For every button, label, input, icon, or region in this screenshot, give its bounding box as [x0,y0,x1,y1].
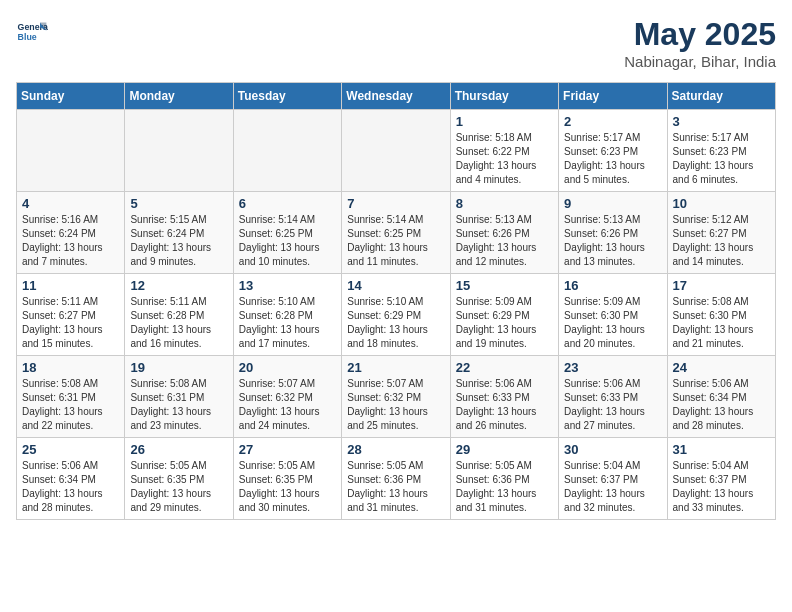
day-info: Sunrise: 5:04 AMSunset: 6:37 PMDaylight:… [564,459,661,515]
day-number: 7 [347,196,444,211]
empty-cell [125,110,233,192]
day-cell-11: 11Sunrise: 5:11 AMSunset: 6:27 PMDayligh… [17,274,125,356]
weekday-header-friday: Friday [559,83,667,110]
day-cell-17: 17Sunrise: 5:08 AMSunset: 6:30 PMDayligh… [667,274,775,356]
day-number: 15 [456,278,553,293]
day-cell-15: 15Sunrise: 5:09 AMSunset: 6:29 PMDayligh… [450,274,558,356]
day-info: Sunrise: 5:05 AMSunset: 6:36 PMDaylight:… [456,459,553,515]
day-cell-7: 7Sunrise: 5:14 AMSunset: 6:25 PMDaylight… [342,192,450,274]
day-info: Sunrise: 5:17 AMSunset: 6:23 PMDaylight:… [673,131,770,187]
day-number: 28 [347,442,444,457]
day-number: 10 [673,196,770,211]
empty-cell [17,110,125,192]
empty-cell [342,110,450,192]
day-number: 25 [22,442,119,457]
day-cell-3: 3Sunrise: 5:17 AMSunset: 6:23 PMDaylight… [667,110,775,192]
day-number: 5 [130,196,227,211]
location-title: Nabinagar, Bihar, India [624,53,776,70]
day-info: Sunrise: 5:08 AMSunset: 6:31 PMDaylight:… [130,377,227,433]
day-number: 4 [22,196,119,211]
day-info: Sunrise: 5:08 AMSunset: 6:31 PMDaylight:… [22,377,119,433]
day-info: Sunrise: 5:08 AMSunset: 6:30 PMDaylight:… [673,295,770,351]
day-number: 22 [456,360,553,375]
day-number: 16 [564,278,661,293]
day-info: Sunrise: 5:13 AMSunset: 6:26 PMDaylight:… [564,213,661,269]
day-number: 19 [130,360,227,375]
day-info: Sunrise: 5:10 AMSunset: 6:29 PMDaylight:… [347,295,444,351]
day-info: Sunrise: 5:05 AMSunset: 6:35 PMDaylight:… [130,459,227,515]
day-number: 14 [347,278,444,293]
day-info: Sunrise: 5:16 AMSunset: 6:24 PMDaylight:… [22,213,119,269]
day-number: 8 [456,196,553,211]
day-info: Sunrise: 5:13 AMSunset: 6:26 PMDaylight:… [456,213,553,269]
week-row-2: 4Sunrise: 5:16 AMSunset: 6:24 PMDaylight… [17,192,776,274]
weekday-header-thursday: Thursday [450,83,558,110]
day-cell-2: 2Sunrise: 5:17 AMSunset: 6:23 PMDaylight… [559,110,667,192]
day-number: 27 [239,442,336,457]
day-cell-10: 10Sunrise: 5:12 AMSunset: 6:27 PMDayligh… [667,192,775,274]
day-cell-24: 24Sunrise: 5:06 AMSunset: 6:34 PMDayligh… [667,356,775,438]
day-cell-12: 12Sunrise: 5:11 AMSunset: 6:28 PMDayligh… [125,274,233,356]
week-row-4: 18Sunrise: 5:08 AMSunset: 6:31 PMDayligh… [17,356,776,438]
day-info: Sunrise: 5:10 AMSunset: 6:28 PMDaylight:… [239,295,336,351]
logo: General Blue [16,16,48,48]
day-info: Sunrise: 5:09 AMSunset: 6:29 PMDaylight:… [456,295,553,351]
day-number: 2 [564,114,661,129]
day-info: Sunrise: 5:06 AMSunset: 6:33 PMDaylight:… [456,377,553,433]
day-number: 6 [239,196,336,211]
day-info: Sunrise: 5:11 AMSunset: 6:28 PMDaylight:… [130,295,227,351]
day-number: 20 [239,360,336,375]
day-info: Sunrise: 5:07 AMSunset: 6:32 PMDaylight:… [239,377,336,433]
day-cell-28: 28Sunrise: 5:05 AMSunset: 6:36 PMDayligh… [342,438,450,520]
day-info: Sunrise: 5:06 AMSunset: 6:34 PMDaylight:… [673,377,770,433]
week-row-1: 1Sunrise: 5:18 AMSunset: 6:22 PMDaylight… [17,110,776,192]
day-cell-25: 25Sunrise: 5:06 AMSunset: 6:34 PMDayligh… [17,438,125,520]
day-number: 21 [347,360,444,375]
day-cell-19: 19Sunrise: 5:08 AMSunset: 6:31 PMDayligh… [125,356,233,438]
day-info: Sunrise: 5:05 AMSunset: 6:35 PMDaylight:… [239,459,336,515]
day-cell-5: 5Sunrise: 5:15 AMSunset: 6:24 PMDaylight… [125,192,233,274]
day-number: 26 [130,442,227,457]
day-number: 30 [564,442,661,457]
day-cell-30: 30Sunrise: 5:04 AMSunset: 6:37 PMDayligh… [559,438,667,520]
title-area: May 2025 Nabinagar, Bihar, India [624,16,776,70]
day-number: 23 [564,360,661,375]
day-info: Sunrise: 5:14 AMSunset: 6:25 PMDaylight:… [239,213,336,269]
day-number: 3 [673,114,770,129]
day-info: Sunrise: 5:04 AMSunset: 6:37 PMDaylight:… [673,459,770,515]
day-cell-29: 29Sunrise: 5:05 AMSunset: 6:36 PMDayligh… [450,438,558,520]
day-cell-27: 27Sunrise: 5:05 AMSunset: 6:35 PMDayligh… [233,438,341,520]
day-cell-13: 13Sunrise: 5:10 AMSunset: 6:28 PMDayligh… [233,274,341,356]
day-cell-6: 6Sunrise: 5:14 AMSunset: 6:25 PMDaylight… [233,192,341,274]
logo-icon: General Blue [16,16,48,48]
day-info: Sunrise: 5:15 AMSunset: 6:24 PMDaylight:… [130,213,227,269]
day-cell-18: 18Sunrise: 5:08 AMSunset: 6:31 PMDayligh… [17,356,125,438]
day-info: Sunrise: 5:17 AMSunset: 6:23 PMDaylight:… [564,131,661,187]
weekday-header-sunday: Sunday [17,83,125,110]
weekday-header-wednesday: Wednesday [342,83,450,110]
day-number: 13 [239,278,336,293]
header: General Blue May 2025 Nabinagar, Bihar, … [16,16,776,70]
day-cell-16: 16Sunrise: 5:09 AMSunset: 6:30 PMDayligh… [559,274,667,356]
month-title: May 2025 [624,16,776,53]
day-cell-21: 21Sunrise: 5:07 AMSunset: 6:32 PMDayligh… [342,356,450,438]
day-cell-1: 1Sunrise: 5:18 AMSunset: 6:22 PMDaylight… [450,110,558,192]
day-number: 12 [130,278,227,293]
day-number: 17 [673,278,770,293]
day-cell-4: 4Sunrise: 5:16 AMSunset: 6:24 PMDaylight… [17,192,125,274]
week-row-5: 25Sunrise: 5:06 AMSunset: 6:34 PMDayligh… [17,438,776,520]
weekday-header-row: SundayMondayTuesdayWednesdayThursdayFrid… [17,83,776,110]
day-info: Sunrise: 5:12 AMSunset: 6:27 PMDaylight:… [673,213,770,269]
day-cell-23: 23Sunrise: 5:06 AMSunset: 6:33 PMDayligh… [559,356,667,438]
day-info: Sunrise: 5:06 AMSunset: 6:33 PMDaylight:… [564,377,661,433]
calendar-table: SundayMondayTuesdayWednesdayThursdayFrid… [16,82,776,520]
day-cell-8: 8Sunrise: 5:13 AMSunset: 6:26 PMDaylight… [450,192,558,274]
day-number: 9 [564,196,661,211]
day-info: Sunrise: 5:05 AMSunset: 6:36 PMDaylight:… [347,459,444,515]
weekday-header-monday: Monday [125,83,233,110]
day-number: 24 [673,360,770,375]
weekday-header-tuesday: Tuesday [233,83,341,110]
day-info: Sunrise: 5:09 AMSunset: 6:30 PMDaylight:… [564,295,661,351]
day-cell-9: 9Sunrise: 5:13 AMSunset: 6:26 PMDaylight… [559,192,667,274]
day-info: Sunrise: 5:07 AMSunset: 6:32 PMDaylight:… [347,377,444,433]
